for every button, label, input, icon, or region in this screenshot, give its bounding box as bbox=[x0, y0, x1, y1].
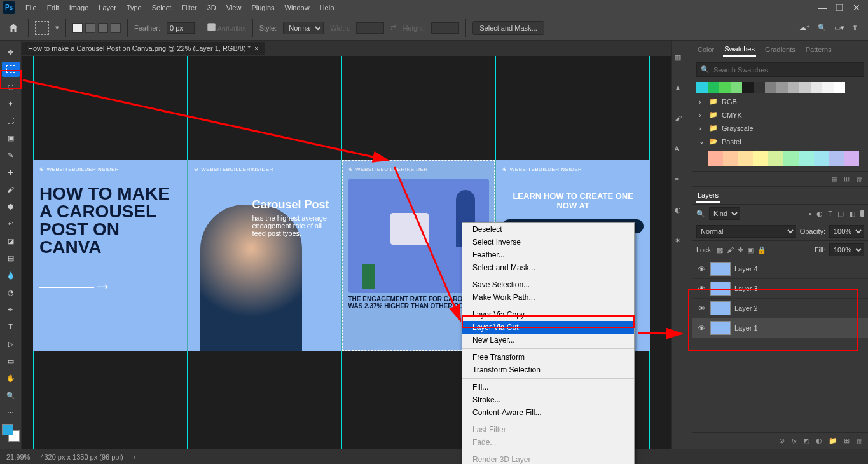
swatch[interactable] bbox=[708, 151, 723, 166]
crop-tool[interactable]: ⛶ bbox=[2, 113, 20, 128]
swatch[interactable] bbox=[814, 151, 829, 166]
clone-stamp-tool[interactable]: ⬢ bbox=[2, 199, 20, 214]
filter-adjust-icon[interactable]: ◐ bbox=[816, 210, 823, 218]
style-select[interactable]: Normal bbox=[283, 22, 324, 34]
zoom-level[interactable]: 21.99% bbox=[6, 453, 30, 461]
filter-shape-icon[interactable]: ▢ bbox=[837, 210, 844, 218]
ctx-select-inverse[interactable]: Select Inverse bbox=[462, 236, 634, 249]
swatch[interactable] bbox=[754, 82, 765, 93]
history-panel-icon[interactable]: ▥ bbox=[675, 53, 690, 69]
swatch[interactable] bbox=[788, 82, 799, 93]
swatch[interactable] bbox=[829, 151, 844, 166]
styles-panel-icon[interactable]: ◐ bbox=[675, 206, 690, 221]
marquee-indicator-icon[interactable] bbox=[35, 21, 49, 35]
menu-filter[interactable]: Filter bbox=[176, 1, 202, 14]
filter-type-icon[interactable]: T bbox=[828, 210, 832, 218]
swatch[interactable] bbox=[799, 82, 811, 93]
group-icon[interactable]: 📁 bbox=[829, 437, 837, 445]
menu-layer[interactable]: Layer bbox=[93, 1, 121, 14]
visibility-icon[interactable]: 👁 bbox=[696, 265, 706, 273]
eyedropper-tool[interactable]: ✎ bbox=[2, 147, 20, 163]
move-tool[interactable]: ✥ bbox=[2, 44, 20, 60]
hand-tool[interactable]: ✋ bbox=[2, 371, 20, 386]
ctx-new-layer-[interactable]: New Layer... bbox=[462, 334, 634, 346]
ctx-make-work-path-[interactable]: Make Work Path... bbox=[462, 291, 634, 304]
ctx-transform-selection[interactable]: Transform Selection bbox=[462, 364, 634, 376]
lock-brush-icon[interactable]: 🖌 bbox=[727, 246, 734, 254]
edit-toolbar[interactable]: ⋯ bbox=[2, 405, 20, 420]
swatch[interactable] bbox=[753, 151, 768, 166]
zoom-tool[interactable]: 🔍 bbox=[2, 388, 20, 403]
new-swatch-icon[interactable]: ⊞ bbox=[844, 175, 850, 183]
workspace-icon[interactable]: ▭▾ bbox=[834, 24, 844, 32]
menu-edit[interactable]: Edit bbox=[42, 1, 64, 14]
brush-tool[interactable]: 🖌 bbox=[2, 182, 20, 197]
type-tool[interactable]: T bbox=[2, 319, 20, 334]
share-icon[interactable]: ⇧ bbox=[852, 24, 858, 32]
menu-help[interactable]: Help bbox=[315, 1, 340, 14]
lock-pixels-icon[interactable]: ▩ bbox=[717, 246, 723, 254]
swatch[interactable] bbox=[696, 82, 708, 93]
quick-selection-tool[interactable]: ✦ bbox=[2, 96, 20, 111]
pen-tool[interactable]: ✒ bbox=[2, 302, 20, 317]
swatch[interactable] bbox=[723, 151, 738, 166]
lock-artboard-icon[interactable]: ▣ bbox=[747, 246, 754, 254]
swatch-search-input[interactable] bbox=[713, 66, 860, 74]
rectangle-tool[interactable]: ▭ bbox=[2, 353, 20, 369]
home-icon[interactable] bbox=[5, 20, 22, 36]
folder-grayscale[interactable]: ›📁 Grayscale bbox=[692, 121, 868, 135]
swatch[interactable] bbox=[783, 151, 799, 166]
folder-rgb[interactable]: ›📁 RGB bbox=[692, 95, 868, 108]
gradients-tab[interactable]: Gradients bbox=[764, 43, 797, 56]
ctx-stroke-[interactable]: Stroke... bbox=[462, 393, 634, 406]
foreground-background-colors[interactable] bbox=[2, 424, 20, 442]
close-icon[interactable]: ✕ bbox=[853, 3, 860, 13]
brushes-panel-icon[interactable]: 🖌 bbox=[675, 114, 690, 130]
menu-window[interactable]: Window bbox=[280, 1, 315, 14]
menu-view[interactable]: View bbox=[221, 1, 247, 14]
blend-mode-select[interactable]: Normal bbox=[696, 225, 796, 238]
new-layer-icon[interactable]: ⊞ bbox=[844, 437, 850, 445]
layer-filter-kind[interactable]: Kind bbox=[709, 207, 740, 220]
swatch[interactable] bbox=[834, 82, 845, 93]
close-tab-icon[interactable]: × bbox=[254, 44, 258, 52]
restore-icon[interactable]: ❐ bbox=[836, 3, 844, 13]
search-icon[interactable]: 🔍 bbox=[818, 24, 827, 32]
select-and-mask-button[interactable]: Select and Mask... bbox=[472, 21, 544, 35]
ctx-content-aware-fill-[interactable]: Content-Aware Fill... bbox=[462, 406, 634, 419]
menu-3d[interactable]: 3D bbox=[202, 1, 221, 14]
layer-mask-icon[interactable]: ◩ bbox=[803, 437, 809, 445]
swatch[interactable] bbox=[811, 82, 822, 93]
layer-item[interactable]: 👁Layer 4 bbox=[692, 259, 868, 279]
menu-file[interactable]: File bbox=[20, 1, 42, 14]
filter-toggle-icon[interactable] bbox=[860, 210, 864, 217]
link-layers-icon[interactable]: ⊘ bbox=[779, 437, 785, 445]
color-tab[interactable]: Color bbox=[696, 43, 715, 56]
swatch[interactable] bbox=[844, 151, 859, 166]
swatch[interactable] bbox=[768, 151, 783, 166]
delete-layer-icon[interactable]: 🗑 bbox=[856, 437, 863, 445]
feather-input[interactable] bbox=[167, 22, 195, 34]
menu-image[interactable]: Image bbox=[64, 1, 94, 14]
cloud-icon[interactable]: ☁⁺ bbox=[799, 24, 810, 32]
folder-cmyk[interactable]: ›📁 CMYK bbox=[692, 108, 868, 121]
swatch[interactable] bbox=[719, 82, 731, 93]
swatch[interactable] bbox=[731, 82, 742, 93]
swatch[interactable] bbox=[765, 82, 776, 93]
ctx-fill-[interactable]: Fill... bbox=[462, 381, 634, 393]
ctx-feather-[interactable]: Feather... bbox=[462, 249, 634, 261]
menu-type[interactable]: Type bbox=[121, 1, 147, 14]
delete-swatch-icon[interactable]: 🗑 bbox=[856, 175, 863, 183]
libraries-panel-icon[interactable]: ✶ bbox=[675, 236, 690, 252]
ctx-select-and-mask-[interactable]: Select and Mask... bbox=[462, 261, 634, 274]
blur-tool[interactable]: 💧 bbox=[2, 268, 20, 283]
character-panel-icon[interactable]: A bbox=[675, 145, 690, 160]
layer-fx-icon[interactable]: fx bbox=[791, 437, 797, 445]
swatch[interactable] bbox=[776, 82, 788, 93]
ctx-save-selection-[interactable]: Save Selection... bbox=[462, 278, 634, 291]
document-tab[interactable]: How to make a Carousel Post on Canva.png… bbox=[22, 42, 265, 55]
swatch[interactable] bbox=[738, 151, 754, 166]
adjustment-layer-icon[interactable]: ◐ bbox=[816, 437, 822, 445]
swatch-grid-icon[interactable]: ▦ bbox=[831, 175, 837, 183]
minimize-icon[interactable]: — bbox=[818, 3, 827, 13]
